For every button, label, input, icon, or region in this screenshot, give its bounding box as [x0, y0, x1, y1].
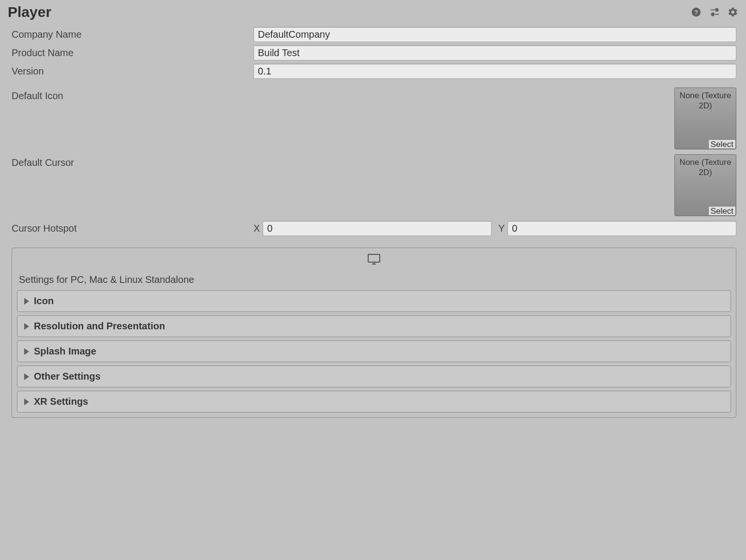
version-label: Version — [12, 66, 254, 77]
foldout-other[interactable]: Other Settings — [17, 366, 731, 387]
hotspot-x-label: X — [254, 223, 260, 234]
company-name-input[interactable] — [254, 27, 736, 42]
product-name-input[interactable] — [254, 45, 736, 60]
foldout-label: Resolution and Presentation — [34, 321, 165, 332]
platform-title: Settings for PC, Mac & Linux Standalone — [12, 267, 736, 290]
foldouts-container: Icon Resolution and Presentation Splash … — [12, 290, 736, 417]
platform-panel: Settings for PC, Mac & Linux Standalone … — [12, 248, 736, 418]
foldout-label: Other Settings — [34, 371, 101, 382]
company-name-label: Company Name — [12, 29, 254, 40]
default-cursor-picker[interactable]: None (Texture 2D) Select — [674, 154, 736, 216]
foldout-icon[interactable]: Icon — [17, 290, 731, 312]
version-row: Version — [12, 64, 736, 79]
hotspot-x-input[interactable] — [263, 221, 492, 236]
inspector-content: Company Name Product Name Version Defaul… — [0, 27, 746, 427]
platform-tab-bar — [12, 248, 736, 267]
company-name-row: Company Name — [12, 27, 736, 42]
monitor-icon[interactable] — [367, 253, 381, 265]
preset-icon[interactable] — [709, 7, 720, 17]
version-input[interactable] — [254, 64, 736, 79]
svg-rect-8 — [368, 254, 380, 262]
product-name-label: Product Name — [12, 47, 254, 59]
hotspot-y-input[interactable] — [507, 221, 736, 236]
svg-text:?: ? — [694, 9, 698, 16]
foldout-label: Splash Image — [34, 346, 96, 357]
cursor-hotspot-label: Cursor Hotspot — [12, 223, 254, 234]
default-cursor-placeholder: None (Texture 2D) — [675, 157, 736, 178]
cursor-hotspot-row: Cursor Hotspot X Y — [12, 221, 736, 236]
default-cursor-label: Default Cursor — [12, 154, 254, 168]
header-actions: ? — [691, 7, 738, 17]
default-cursor-select-button[interactable]: Select — [708, 206, 736, 216]
product-name-row: Product Name — [12, 45, 736, 60]
page-title: Player — [8, 4, 51, 20]
default-icon-placeholder: None (Texture 2D) — [675, 90, 736, 111]
default-icon-label: Default Icon — [12, 88, 254, 102]
foldout-label: XR Settings — [34, 396, 88, 407]
svg-rect-4 — [716, 9, 718, 12]
default-icon-row: Default Icon None (Texture 2D) Select — [12, 88, 736, 149]
hotspot-y-label: Y — [498, 223, 505, 234]
header: Player ? — [0, 0, 746, 27]
foldout-resolution[interactable]: Resolution and Presentation — [17, 315, 731, 337]
chevron-right-icon — [24, 373, 29, 380]
default-icon-picker[interactable]: None (Texture 2D) Select — [674, 88, 736, 149]
default-cursor-row: Default Cursor None (Texture 2D) Select — [12, 154, 736, 216]
chevron-right-icon — [24, 398, 29, 405]
foldout-xr[interactable]: XR Settings — [17, 391, 731, 413]
chevron-right-icon — [24, 298, 29, 305]
svg-rect-7 — [712, 13, 714, 16]
gear-icon[interactable] — [728, 7, 738, 17]
foldout-splash[interactable]: Splash Image — [17, 340, 731, 362]
chevron-right-icon — [24, 348, 29, 355]
foldout-label: Icon — [34, 295, 54, 307]
default-icon-select-button[interactable]: Select — [708, 139, 736, 149]
help-icon[interactable]: ? — [691, 7, 701, 17]
chevron-right-icon — [24, 323, 29, 330]
